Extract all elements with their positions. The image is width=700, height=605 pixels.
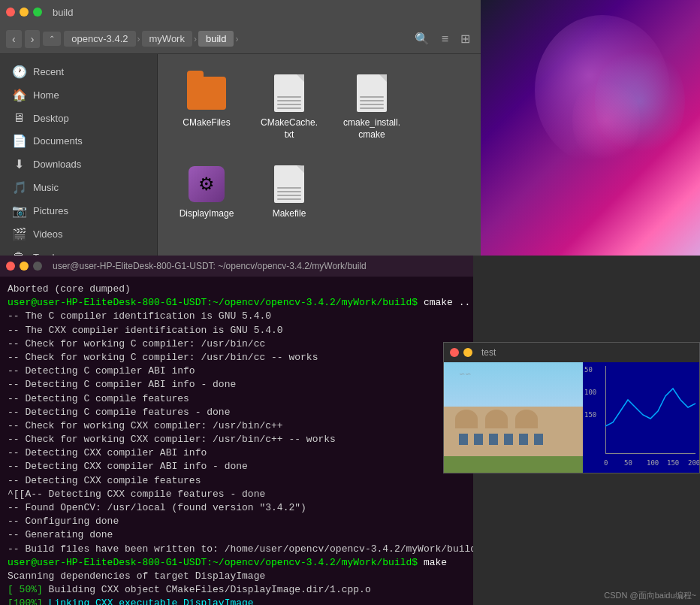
doc-icon-makefile [270,165,309,204]
downloads-icon: ⬇ [12,157,26,171]
terminal-line: user@user-HP-EliteDesk-800-G1-USDT:~/ope… [8,556,466,570]
test-window-title: test [481,347,496,358]
file-label-cmakecache: CMakeCache.txt [260,117,318,141]
terminal-line: [100%] Linking CXX executable DisplayIma… [8,597,466,605]
y-axis-top: 50 [584,366,593,374]
file-content-area: CMakeFiles CMakeCache.txt [158,54,481,256]
sidebar-item-recent[interactable]: 🕐 Recent [0,60,157,83]
minimize-btn[interactable] [20,8,29,17]
test-min-btn[interactable] [463,348,472,357]
file-label-displayimage: DisplayImage [180,208,234,220]
file-item-makefile[interactable]: Makefile [255,160,323,225]
recent-icon: 🕐 [12,65,26,79]
documents-icon: 📄 [12,134,26,148]
breadcrumb-sep2: › [194,34,197,44]
breadcrumb-sep1: › [137,34,140,44]
photo-area: ∽∽ [444,362,583,473]
test-close-btn[interactable] [450,348,459,357]
desktop-background [481,0,700,256]
sidebar-item-documents[interactable]: 📄 Documents [0,129,157,153]
file-manager-titlebar: build [0,0,481,24]
trash-icon: 🗑 [12,250,26,256]
forward-button[interactable]: › [25,30,41,48]
sidebar: 🕐 Recent 🏠 Home 🖥 Desktop 📄 Documents ⬇ … [0,54,158,256]
test-window: test ∽∽ 50 100 [443,342,700,473]
terminal-line: -- Found OpenCV: /usr/local (found versi… [8,501,466,515]
maximize-btn[interactable] [33,8,42,17]
file-item-cmakecache[interactable]: CMakeCache.txt [255,69,323,145]
terminal-line: -- Check for working CXX compiler: /usr/… [8,419,466,433]
file-label-makefile: Makefile [273,208,306,220]
search-button[interactable]: 🔍 [410,29,434,49]
terminal-line: -- Detecting C compile features [8,392,466,406]
sidebar-label-recent: Recent [33,66,64,77]
terminal-min-btn[interactable] [20,262,29,271]
x-axis-100: 100 [647,459,659,467]
terminal-line: -- Generating done [8,528,466,542]
list-view-button[interactable]: ≡ [437,29,453,49]
terminal-line: -- Configuring done [8,515,466,528]
sidebar-label-music: Music [33,182,59,193]
terminal-line: -- Detecting C compiler ABI info - done [8,378,466,392]
file-item-cmakefiles[interactable]: CMakeFiles [173,69,240,145]
file-label-cmake-install: cmake_install.cmake [342,117,401,141]
up-button[interactable]: ⌃ [43,32,61,46]
terminal-line: -- Detecting C compile features - done [8,406,466,419]
sidebar-item-downloads[interactable]: ⬇ Downloads [0,153,157,176]
sidebar-item-pictures[interactable]: 📷 Pictures [0,199,157,222]
terminal-max-btn[interactable] [33,262,42,271]
file-label-cmakefiles: CMakeFiles [183,117,230,129]
terminal-line: -- Detecting CXX compiler ABI info [8,446,466,460]
terminal-line: ^[[A-- Detecting CXX compile features - … [8,488,466,501]
terminal-titlebar: user@user-HP-EliteDesk-800-G1-USDT: ~/op… [0,256,473,277]
toolbar-right: 🔍 ≡ ⊞ [410,29,475,49]
breadcrumb-opencv[interactable]: opencv-3.4.2 [64,31,135,47]
sidebar-item-home[interactable]: 🏠 Home [0,83,157,107]
sidebar-label-downloads: Downloads [33,159,81,170]
terminal-line: -- Build files have been written to: /ho… [8,543,466,556]
terminal-body[interactable]: Aborted (core dumped) user@user-HP-Elite… [0,277,473,605]
x-axis-150: 150 [667,459,679,467]
sidebar-item-music[interactable]: 🎵 Music [0,176,157,199]
sidebar-label-documents: Documents [33,135,83,147]
watermark: CSDN @面向baidu编程~ [604,590,696,601]
test-titlebar: test [444,343,699,362]
terminal-line: Aborted (core dumped) [8,283,466,296]
grid-view-button[interactable]: ⊞ [456,29,475,49]
breadcrumb-mywork[interactable]: myWork [142,31,192,47]
x-axis-50: 50 [624,459,632,467]
toolbar: ‹ › ⌃ opencv-3.4.2 › myWork › build › 🔍 … [0,24,481,54]
desktop-icon: 🖥 [12,111,26,125]
breadcrumb: opencv-3.4.2 › myWork › build › [64,31,406,47]
close-btn[interactable] [6,8,15,17]
breadcrumb-build[interactable]: build [198,31,234,47]
terminal-line: -- Detecting C compiler ABI info [8,365,466,378]
y-axis-mid: 100 [584,389,596,396]
music-icon: 🎵 [12,180,26,195]
terminal-line: -- Check for working C compiler: /usr/bi… [8,337,466,351]
exe-icon-displayimage: ⚙ [187,165,226,204]
videos-icon: 🎬 [12,227,26,241]
terminal-close-btn[interactable] [6,262,15,271]
window-title: build [53,7,73,18]
terminal-line: user@user-HP-EliteDesk-800-G1-USDT:~/ope… [8,296,466,310]
test-body: ∽∽ 50 100 150 0 50 100 1 [444,362,699,473]
back-button[interactable]: ‹ [6,30,22,48]
file-item-displayimage[interactable]: ⚙ DisplayImage [173,160,240,225]
sidebar-item-videos[interactable]: 🎬 Videos [0,222,157,246]
sidebar-item-trash[interactable]: 🗑 Trash [0,246,157,256]
pictures-icon: 📷 [12,204,26,218]
sidebar-item-desktop[interactable]: 🖥 Desktop [0,107,157,129]
y-axis-lower: 150 [584,411,596,419]
file-item-cmake-install[interactable]: cmake_install.cmake [338,69,406,145]
terminal-line: -- The CXX compiler identification is GN… [8,324,466,337]
file-manager: build ‹ › ⌃ opencv-3.4.2 › myWork › buil… [0,0,481,256]
x-axis-200: 200 [688,459,699,467]
terminal-line: Scanning dependencies of target DisplayI… [8,570,466,583]
terminal-line: -- Check for working CXX compiler: /usr/… [8,433,466,446]
doc-icon-cmakecache [270,74,309,113]
graph-area: 50 100 150 0 50 100 150 200 [583,362,699,473]
terminal-line: -- Detecting CXX compiler ABI info - don… [8,460,466,473]
graph-svg [605,366,695,454]
terminal-line: -- Check for working C compiler: /usr/bi… [8,351,466,365]
